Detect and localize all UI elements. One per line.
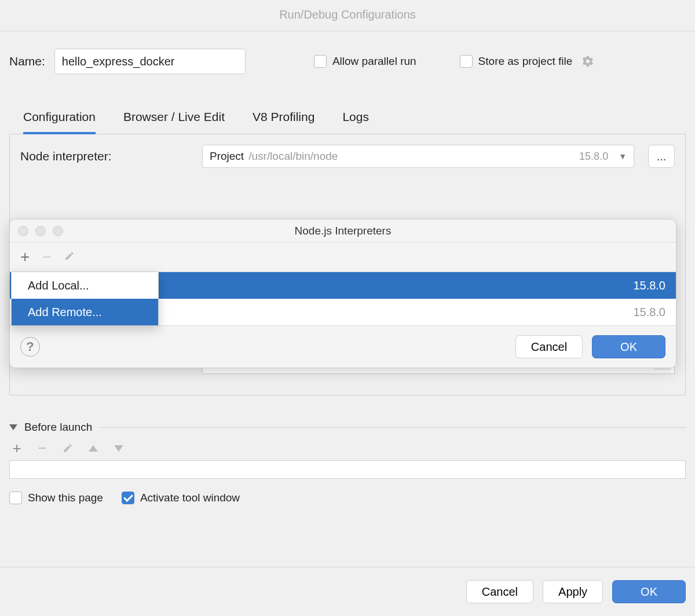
add-interpreter-icon[interactable]: [20, 249, 30, 265]
name-row: Name: Allow parallel run Store as projec…: [9, 31, 686, 81]
before-launch: Before launch: [9, 421, 686, 479]
store-project-label: Store as project file: [478, 55, 573, 68]
show-page-label: Show this page: [28, 492, 103, 504]
activate-tool-label: Activate tool window: [140, 492, 240, 504]
before-launch-list[interactable]: [9, 460, 686, 479]
apply-button[interactable]: Apply: [543, 580, 603, 603]
ok-button[interactable]: OK: [612, 580, 686, 603]
cancel-button[interactable]: Cancel: [466, 580, 533, 603]
inner-titlebar: Node.js Interpreters: [10, 219, 676, 243]
allow-parallel-checkbox[interactable]: Allow parallel run: [314, 55, 416, 68]
edit-icon[interactable]: [61, 442, 74, 454]
add-icon[interactable]: [10, 442, 23, 454]
move-up-icon[interactable]: [87, 442, 100, 454]
checkbox-icon: [122, 492, 134, 504]
interpreters-dialog: Node.js Interpreters in/node 15.8.0 /nod…: [9, 219, 676, 368]
footer: Cancel Apply OK: [0, 567, 695, 616]
minimize-icon[interactable]: [35, 226, 46, 236]
interpreter-browse-button[interactable]: ...: [648, 145, 675, 168]
name-label: Name:: [9, 54, 45, 68]
edit-interpreter-icon[interactable]: [64, 251, 75, 264]
interpreter-label: Node interpreter:: [20, 149, 188, 163]
move-down-icon[interactable]: [112, 442, 125, 454]
store-project-checkbox[interactable]: Store as project file: [460, 55, 573, 68]
inner-dialog-title: Node.js Interpreters: [10, 225, 676, 237]
tab-configuration[interactable]: Configuration: [23, 105, 96, 134]
window-controls[interactable]: [18, 226, 63, 236]
help-icon[interactable]: ?: [20, 337, 40, 357]
show-page-checkbox[interactable]: Show this page: [9, 492, 103, 504]
before-launch-header[interactable]: Before launch: [9, 421, 686, 434]
tab-logs[interactable]: Logs: [342, 105, 369, 134]
add-remote-menuitem[interactable]: Add Remote...: [12, 299, 158, 325]
interpreter-row-version: 15.8.0: [633, 306, 665, 319]
activate-tool-checkbox[interactable]: Activate tool window: [122, 492, 240, 504]
interpreter-combo[interactable]: Project /usr/local/bin/node 15.8.0 ▼: [202, 145, 634, 168]
add-interpreter-menu: Add Local... Add Remote...: [11, 272, 159, 326]
tab-v8-profiling[interactable]: V8 Profiling: [253, 105, 314, 134]
remove-icon[interactable]: [36, 442, 49, 454]
interpreter-row-version: 15.8.0: [633, 279, 665, 292]
checkbox-icon: [460, 55, 473, 68]
checkbox-icon: [314, 55, 327, 68]
bottom-checks: Show this page Activate tool window: [9, 479, 686, 517]
interpreter-path: /usr/local/bin/node: [248, 150, 338, 163]
before-launch-label: Before launch: [24, 421, 92, 434]
name-input[interactable]: [54, 49, 246, 74]
divider: [99, 427, 686, 428]
inner-footer: ? Cancel OK: [10, 326, 676, 368]
interpreter-row: Node interpreter: Project /usr/local/bin…: [20, 145, 675, 168]
gear-icon[interactable]: [581, 55, 594, 68]
before-launch-toolbar: [9, 434, 686, 460]
allow-parallel-label: Allow parallel run: [332, 55, 416, 68]
dialog-title: Run/Debug Configurations: [0, 0, 695, 31]
run-debug-dialog: Run/Debug Configurations Name: Allow par…: [0, 0, 695, 616]
close-icon[interactable]: [18, 226, 28, 236]
disclosure-triangle-icon: [9, 424, 17, 430]
interpreter-prefix: Project: [210, 150, 244, 163]
tabs: Configuration Browser / Live Edit V8 Pro…: [9, 81, 686, 134]
remove-interpreter-icon[interactable]: [42, 248, 51, 266]
add-local-menuitem[interactable]: Add Local...: [12, 272, 158, 299]
dialog-content: Name: Allow parallel run Store as projec…: [0, 31, 695, 567]
inner-ok-button[interactable]: OK: [592, 335, 665, 358]
maximize-icon[interactable]: [53, 226, 63, 236]
checkbox-icon: [9, 492, 22, 504]
interpreter-version: 15.8.0: [579, 151, 608, 163]
inner-cancel-button[interactable]: Cancel: [515, 335, 583, 358]
tab-browser-live-edit[interactable]: Browser / Live Edit: [123, 105, 225, 134]
inner-toolbar: [10, 243, 676, 272]
chevron-down-icon: ▼: [619, 152, 627, 161]
